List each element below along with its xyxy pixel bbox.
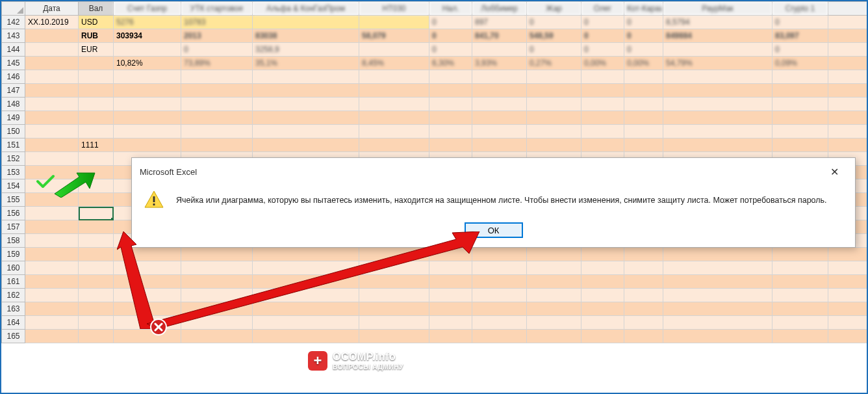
cell[interactable]	[25, 275, 79, 289]
cell[interactable]	[253, 70, 359, 84]
cell[interactable]	[181, 111, 253, 125]
row-header[interactable]: 165	[2, 330, 25, 343]
cell[interactable]	[624, 302, 663, 316]
cell[interactable]	[181, 316, 253, 330]
cell[interactable]	[624, 330, 663, 343]
cell[interactable]	[253, 16, 359, 29]
cell[interactable]	[114, 111, 181, 125]
cell[interactable]	[581, 275, 624, 289]
cell[interactable]	[253, 316, 359, 330]
table-row[interactable]: 149	[2, 111, 867, 125]
cell[interactable]	[25, 302, 79, 316]
cell[interactable]: 1111	[79, 138, 114, 152]
cell[interactable]: 8,5794	[663, 16, 772, 29]
cell[interactable]	[828, 248, 867, 261]
cell[interactable]	[181, 125, 253, 138]
cell[interactable]	[114, 43, 181, 57]
col-header[interactable]: Кот-Карашев ПМ-Штрафы	[624, 2, 663, 16]
cell[interactable]	[359, 138, 429, 152]
cell[interactable]	[527, 275, 581, 289]
cell[interactable]	[581, 316, 624, 330]
cell[interactable]	[359, 330, 429, 343]
col-header[interactable]: Crypto 1	[772, 2, 828, 16]
cell[interactable]: 0	[624, 16, 663, 29]
cell[interactable]	[25, 316, 79, 330]
cell[interactable]	[624, 125, 663, 138]
row-header[interactable]: 147	[2, 84, 25, 98]
table-row[interactable]: 160	[2, 261, 867, 275]
col-header[interactable]: Счет Газпр	[114, 2, 181, 16]
table-row[interactable]: 14510,82%73,89%35,1%8,45%6,30%3,93%0,27%…	[2, 57, 867, 70]
cell[interactable]	[25, 43, 79, 57]
cell[interactable]: 303934	[114, 29, 181, 43]
cell[interactable]	[359, 16, 429, 29]
cell[interactable]	[79, 234, 114, 248]
cell[interactable]	[472, 289, 527, 302]
cell[interactable]	[359, 43, 429, 57]
row-header[interactable]: 149	[2, 111, 25, 125]
cell[interactable]: 83,097	[772, 29, 828, 43]
cell[interactable]: 0	[624, 29, 663, 43]
cell[interactable]	[581, 248, 624, 261]
cell[interactable]	[25, 138, 79, 152]
cell[interactable]: 3258,9	[253, 43, 359, 57]
cell[interactable]	[472, 138, 527, 152]
cell[interactable]	[429, 275, 472, 289]
table-row[interactable]: 163	[2, 302, 867, 316]
column-headers[interactable]: Дата Вал Счет Газпр УТК стартовое Альфа …	[2, 2, 867, 16]
cell[interactable]	[25, 193, 79, 207]
cell[interactable]	[114, 248, 181, 261]
cell[interactable]	[181, 275, 253, 289]
cell[interactable]	[472, 330, 527, 343]
cell[interactable]	[359, 98, 429, 111]
cell[interactable]	[253, 84, 359, 98]
cell[interactable]	[429, 289, 472, 302]
cell[interactable]	[253, 275, 359, 289]
cell[interactable]	[25, 70, 79, 84]
cell[interactable]	[253, 125, 359, 138]
cell[interactable]: 0	[181, 43, 253, 57]
cell[interactable]: 897	[472, 16, 527, 29]
cell[interactable]	[429, 330, 472, 343]
cell[interactable]: 10783	[181, 16, 253, 29]
cell[interactable]	[79, 179, 114, 193]
cell[interactable]	[772, 275, 828, 289]
cell[interactable]	[663, 70, 772, 84]
cell[interactable]	[25, 111, 79, 125]
cell[interactable]	[429, 84, 472, 98]
cell[interactable]	[663, 248, 772, 261]
cell[interactable]	[527, 98, 581, 111]
cell[interactable]	[181, 302, 253, 316]
cell[interactable]	[253, 289, 359, 302]
row-header[interactable]: 143	[2, 29, 25, 43]
cell[interactable]	[79, 302, 114, 316]
col-header[interactable]	[828, 2, 867, 16]
cell[interactable]	[624, 138, 663, 152]
col-header[interactable]: НТ030	[359, 2, 429, 16]
col-header[interactable]: Нал.	[429, 2, 472, 16]
cell[interactable]	[114, 70, 181, 84]
cell[interactable]	[828, 138, 867, 152]
cell[interactable]	[624, 248, 663, 261]
cell[interactable]: 0	[527, 16, 581, 29]
cell[interactable]	[772, 98, 828, 111]
cell[interactable]	[472, 275, 527, 289]
cell[interactable]	[429, 138, 472, 152]
table-row[interactable]: 162	[2, 289, 867, 302]
cell[interactable]	[828, 125, 867, 138]
cell[interactable]: 0	[527, 43, 581, 57]
row-header[interactable]: 145	[2, 57, 25, 70]
cell[interactable]	[429, 302, 472, 316]
table-row[interactable]: 165	[2, 330, 867, 343]
cell[interactable]	[181, 138, 253, 152]
row-header[interactable]: 159	[2, 248, 25, 261]
row-header[interactable]: 158	[2, 234, 25, 248]
cell[interactable]: 0	[429, 43, 472, 57]
cell[interactable]	[359, 248, 429, 261]
cell[interactable]	[359, 84, 429, 98]
col-header[interactable]: РаурМак	[663, 2, 772, 16]
table-row[interactable]: 159	[2, 248, 867, 261]
cell[interactable]	[181, 261, 253, 275]
cell[interactable]: 0,09%	[772, 57, 828, 70]
cell[interactable]	[114, 138, 181, 152]
